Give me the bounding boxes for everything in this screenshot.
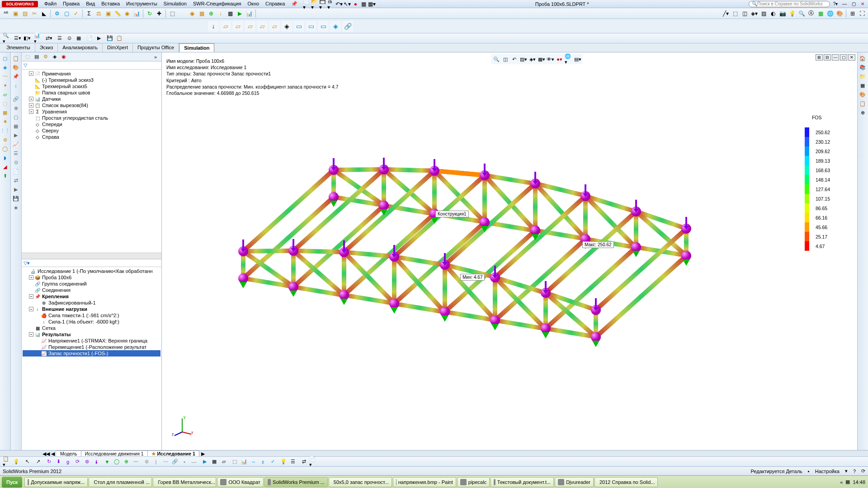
tree-item[interactable]: +📦Проба 100х6 xyxy=(23,274,160,281)
btab-motion1[interactable]: Исследование движения 1 xyxy=(81,450,148,456)
ref-plane3-icon[interactable]: ▱ xyxy=(245,21,255,32)
sb-spring-icon[interactable]: 〰 xyxy=(161,458,170,466)
tree-item[interactable]: −📊Результаты xyxy=(23,331,160,338)
ref-plane1-icon[interactable]: ▱ xyxy=(220,21,231,32)
tree-item[interactable]: ⬚Простая углеродистая сталь xyxy=(23,115,160,121)
sheet-icon[interactable]: ▱ xyxy=(1,90,9,99)
design-library-icon[interactable]: 📚 xyxy=(859,63,867,71)
appearance-icon[interactable]: 🎨 xyxy=(835,9,844,18)
sim-mesh-side-icon[interactable]: ▦ xyxy=(12,122,20,130)
explode-icon[interactable]: ✷ xyxy=(1,117,9,126)
sim-save-side-icon[interactable]: 💾 xyxy=(12,194,20,202)
iso-top-icon[interactable]: ▭ xyxy=(306,21,316,32)
help-search[interactable]: 🔍 Поиск в Справке по SolidWorks xyxy=(749,1,830,7)
status-dropdown-icon[interactable]: ▾ xyxy=(845,468,848,474)
hud-hide-icon[interactable]: 👁▾ xyxy=(547,55,555,63)
copy-plot-icon[interactable]: 📋 xyxy=(115,34,123,42)
sim-probe-side-icon[interactable]: ⊙ xyxy=(12,158,20,166)
sb-run-all-icon[interactable]: ▶ xyxy=(201,458,209,466)
taskbar-item[interactable]: SolidWorks Premium ... xyxy=(264,477,328,487)
sb-advisor-icon[interactable]: 💡 xyxy=(12,458,20,466)
iso-right-icon[interactable]: ▭ xyxy=(318,21,329,32)
report-icon[interactable]: 📄 xyxy=(85,34,94,42)
taskbar-item[interactable]: Горев ВВ Металлическ... xyxy=(153,477,216,487)
tree-expand-icon[interactable]: + xyxy=(29,109,33,114)
new-icon[interactable]: 📄▾ xyxy=(303,0,310,8)
sb-bearing-icon[interactable]: ⊚ xyxy=(83,458,91,466)
hud-orient-icon[interactable]: ◈▾ xyxy=(528,55,537,63)
custom-props-icon[interactable]: 📋 xyxy=(859,99,867,108)
ref-axis-icon[interactable]: ▱ xyxy=(257,21,268,32)
import-diag-icon[interactable]: ↻ xyxy=(146,9,154,18)
sim-fixture-icon[interactable]: ⊕ xyxy=(207,9,215,18)
curvature-icon[interactable]: ⬚ xyxy=(168,9,176,18)
taskbar-item[interactable]: Текстовый документ.t... xyxy=(491,477,554,487)
btab-study1[interactable]: Исследование 1 xyxy=(148,450,199,456)
mold-icon[interactable]: ▦ xyxy=(1,108,9,117)
btab-scroll-left-icon[interactable]: ◀◀ ◀ xyxy=(41,451,57,456)
sensor-icon[interactable]: ◉ xyxy=(123,9,131,18)
scene-icon[interactable]: 🌐 xyxy=(826,9,834,18)
hud-settings-icon[interactable]: ▤▾ xyxy=(574,55,582,63)
mass-props-icon[interactable]: ⚖ xyxy=(94,9,103,18)
zoom-box-icon[interactable]: 🔍 xyxy=(797,9,806,18)
display-mode-icon[interactable]: ☰▾ xyxy=(14,34,22,42)
configure-icon[interactable]: ⚙ xyxy=(53,9,61,18)
status-custom[interactable]: Настройка xyxy=(815,469,840,474)
statistics-icon[interactable]: 📊 xyxy=(132,9,141,18)
tree-item[interactable]: ▦Сетка xyxy=(23,325,160,331)
sb-gravity-icon[interactable]: g xyxy=(64,458,72,466)
tree-expand-icon[interactable]: − xyxy=(29,294,33,299)
menu-file[interactable]: Файл xyxy=(42,0,59,8)
sb-cursor-icon[interactable]: ↖ xyxy=(23,458,31,466)
tree-expand-icon[interactable]: + xyxy=(29,71,33,76)
tree-item[interactable]: −📌Крепления xyxy=(23,293,160,300)
hole-icon[interactable]: ◯ xyxy=(1,145,9,153)
sb-temp-icon[interactable]: 🌡 xyxy=(92,458,100,466)
curve-icon[interactable]: 〰 xyxy=(1,72,9,80)
tree-expand-icon[interactable]: − xyxy=(29,332,33,337)
sb-new-study-icon[interactable]: 📋▾ xyxy=(3,458,11,466)
tree-scrollbar-h[interactable] xyxy=(22,253,161,259)
hud-zoomarea-icon[interactable]: ◫ xyxy=(501,55,509,63)
surface-icon[interactable]: ◈ xyxy=(1,63,9,71)
animate-icon[interactable]: ▶ xyxy=(95,34,103,42)
sim-report-side-icon[interactable]: 📄 xyxy=(12,167,20,175)
vp-tile1-icon[interactable]: ⊞ xyxy=(816,54,823,61)
tree-expand-icon[interactable]: + xyxy=(29,103,33,108)
tree-item[interactable]: +📊Датчики xyxy=(23,96,160,102)
line-format-icon[interactable]: ╱▾ xyxy=(722,9,730,18)
tree-item[interactable]: 🔗Соединения xyxy=(23,287,160,293)
sim-mesh-icon[interactable]: ▦ xyxy=(226,9,234,18)
link-view-icon[interactable]: 🔗 xyxy=(342,21,353,32)
tree-tab-feature-icon[interactable]: ⬚ xyxy=(24,53,32,61)
taskbar-item[interactable]: pipecalc xyxy=(457,477,490,487)
sb-spot-icon[interactable]: • xyxy=(180,458,189,466)
zoom-fit-icon[interactable]: 🔍▾ xyxy=(3,34,11,42)
hud-section-icon[interactable]: ▨▾ xyxy=(519,55,528,63)
pattern-icon[interactable]: ⋮⋮ xyxy=(1,127,9,135)
hud-zoomfit-icon[interactable]: 🔍 xyxy=(492,55,500,63)
sb-stress-icon[interactable]: 📊 xyxy=(240,458,248,466)
fullscreen-icon[interactable]: ⛶ xyxy=(858,9,866,18)
select-icon[interactable]: ↖▾ xyxy=(344,0,351,8)
sim-compare-side-icon[interactable]: ⇄ xyxy=(12,176,20,184)
orientation-triad[interactable]: y x z xyxy=(171,414,193,436)
tree-item[interactable]: 🔬Исследование 1 (-По умолчанию<Как обраб… xyxy=(23,268,160,274)
menu-pushpin-icon[interactable]: 📌 xyxy=(288,0,300,8)
list-icon[interactable]: ☰ xyxy=(56,34,64,42)
decals-icon[interactable]: ▦ xyxy=(816,9,825,18)
tree-tab-display-icon[interactable]: ◉ xyxy=(60,53,68,61)
view-palette-icon[interactable]: ▦ xyxy=(859,81,867,89)
tree-item[interactable]: 📁Папка сварных швов xyxy=(23,89,160,96)
section-props-icon[interactable]: ▣ xyxy=(104,9,112,18)
tab-dimxpert[interactable]: DimXpert xyxy=(103,43,133,52)
probe-icon[interactable]: ⊙ xyxy=(65,34,73,42)
menu-view[interactable]: Вид xyxy=(83,0,98,8)
sim-results-icon[interactable]: 📊 xyxy=(245,9,253,18)
sb-pin-icon[interactable]: | xyxy=(152,458,160,466)
tree-item[interactable]: 📈Перемещение1 (-Расположение результат xyxy=(23,344,160,350)
display-state-icon[interactable]: ◐ xyxy=(769,9,777,18)
maximize-icon[interactable]: ▢ xyxy=(850,1,857,7)
taskbar-item[interactable]: 50х5,0 запас прочност... xyxy=(329,477,392,487)
